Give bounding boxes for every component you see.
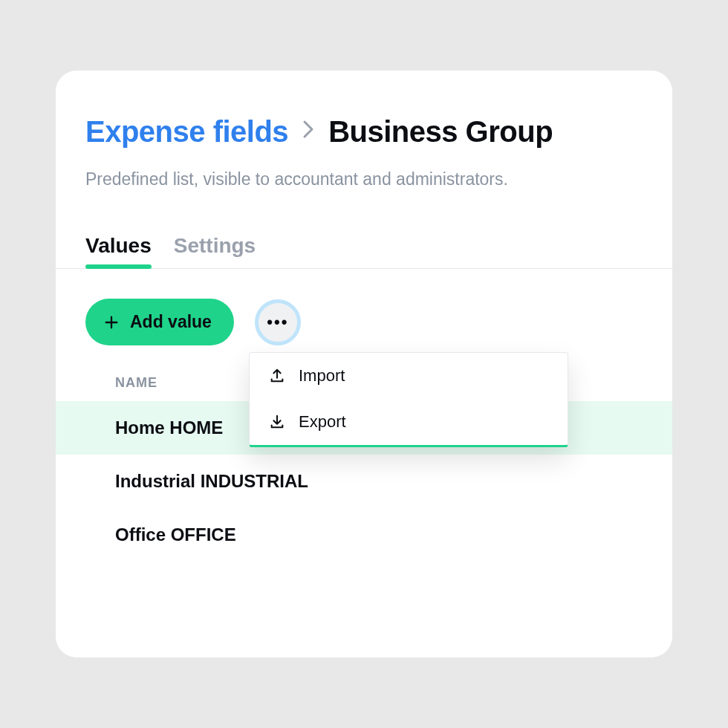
export-label: Export xyxy=(299,412,346,432)
add-value-label: Add value xyxy=(130,312,212,332)
import-label: Import xyxy=(299,366,345,386)
tab-settings[interactable]: Settings xyxy=(174,234,256,268)
tabs: Values Settings xyxy=(56,234,672,269)
breadcrumb-current: Business Group xyxy=(328,115,553,149)
chevron-right-icon xyxy=(302,118,315,146)
export-menu-item[interactable]: Export xyxy=(250,399,568,445)
settings-card: Expense fields Business Group Predefined… xyxy=(56,71,672,657)
more-actions-dropdown: Import Export xyxy=(249,352,568,447)
table-row[interactable]: Office OFFICE xyxy=(56,508,672,562)
page-subtitle: Predefined list, visible to accountant a… xyxy=(56,169,672,189)
breadcrumb-parent-link[interactable]: Expense fields xyxy=(85,115,288,149)
upload-icon xyxy=(269,368,285,384)
download-icon xyxy=(269,414,285,430)
table-row[interactable]: Industrial INDUSTRIAL xyxy=(56,455,672,508)
toolbar: Add value ••• Import Export xyxy=(56,269,672,368)
plus-icon xyxy=(103,314,120,331)
more-actions-button[interactable]: ••• xyxy=(255,299,301,345)
tab-values[interactable]: Values xyxy=(85,234,152,268)
import-menu-item[interactable]: Import xyxy=(250,353,568,399)
breadcrumb: Expense fields Business Group xyxy=(56,115,672,149)
ellipsis-icon: ••• xyxy=(267,313,288,332)
add-value-button[interactable]: Add value xyxy=(85,299,234,345)
